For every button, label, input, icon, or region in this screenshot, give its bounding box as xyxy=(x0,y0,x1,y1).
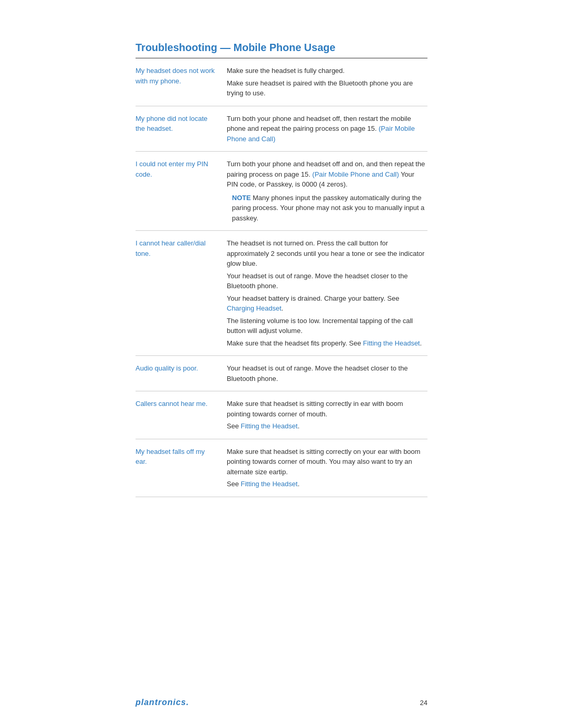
solution-text: See Fitting the Headset. xyxy=(227,479,427,489)
footer-page-number: 24 xyxy=(420,699,427,707)
solution-text: Make sure that headset is sitting correc… xyxy=(227,399,427,419)
note-text: NOTE Many phones input the passkey autom… xyxy=(232,193,427,224)
solution-text: Turn both your phone and headset off and… xyxy=(227,159,427,190)
solution-cell: Make sure that headset is sitting correc… xyxy=(227,439,427,497)
page: Troubleshooting — Mobile Phone Usage My … xyxy=(0,0,563,728)
table-row: I could not enter my PIN code. Turn both… xyxy=(136,152,427,231)
issue-cell: My headset does not work with my phone. xyxy=(136,58,227,106)
solution-text: The listening volume is too low. Increme… xyxy=(227,316,427,336)
table-row: My phone did not locate the headset. Tur… xyxy=(136,106,427,152)
troubleshooting-table: My headset does not work with my phone. … xyxy=(136,58,427,497)
issue-text: Callers cannot hear me. xyxy=(136,400,207,408)
solution-text: See Fitting the Headset. xyxy=(227,421,427,431)
solution-text: Your headset battery is drained. Charge … xyxy=(227,293,427,314)
footer-logo: plantronics. xyxy=(136,698,189,707)
note-block: NOTE Many phones input the passkey autom… xyxy=(227,193,427,224)
page-title: Troubleshooting — Mobile Phone Usage xyxy=(136,42,427,54)
solution-text: Make sure the headset is fully charged. xyxy=(227,66,427,76)
pair-mobile-link[interactable]: (Pair Mobile Phone and Call) xyxy=(312,170,399,178)
footer: plantronics. 24 xyxy=(136,698,427,707)
solution-text: Turn both your phone and headset off, th… xyxy=(227,114,427,144)
issue-text: I cannot hear caller/dial tone. xyxy=(136,239,205,257)
table-row: I cannot hear caller/dial tone. The head… xyxy=(136,231,427,356)
solution-cell: Make sure the headset is fully charged. … xyxy=(227,58,427,106)
fitting-headset-link[interactable]: Fitting the Headset xyxy=(241,422,298,430)
table-row: My headset does not work with my phone. … xyxy=(136,58,427,106)
solution-text: Make sure that headset is sitting correc… xyxy=(227,447,427,477)
solution-cell: The headset is not turned on. Press the … xyxy=(227,231,427,356)
pair-mobile-link[interactable]: (Pair Mobile Phone and Call) xyxy=(227,125,415,143)
solution-text: The headset is not turned on. Press the … xyxy=(227,238,427,269)
solution-text: Your headset is out of range. Move the h… xyxy=(227,271,427,291)
table-row: Audio quality is poor. Your headset is o… xyxy=(136,356,427,391)
solution-text: Make sure headset is paired with the Blu… xyxy=(227,78,427,98)
issue-text: My headset falls off my ear. xyxy=(136,448,205,466)
issue-cell: My phone did not locate the headset. xyxy=(136,106,227,152)
fitting-headset-link[interactable]: Fitting the Headset xyxy=(363,339,420,347)
issue-text: Audio quality is poor. xyxy=(136,364,198,372)
issue-text: My phone did not locate the headset. xyxy=(136,115,207,133)
solution-cell: Make sure that headset is sitting correc… xyxy=(227,391,427,439)
issue-text: I could not enter my PIN code. xyxy=(136,160,208,178)
solution-text: Make sure that the headset fits properly… xyxy=(227,338,427,349)
charging-headset-link[interactable]: Charging Headset xyxy=(227,304,282,312)
fitting-headset-link[interactable]: Fitting the Headset xyxy=(241,480,298,488)
issue-cell: I cannot hear caller/dial tone. xyxy=(136,231,227,356)
issue-cell: Callers cannot hear me. xyxy=(136,391,227,439)
solution-cell: Your headset is out of range. Move the h… xyxy=(227,356,427,391)
issue-cell: My headset falls off my ear. xyxy=(136,439,227,497)
solution-cell: Turn both your phone and headset off and… xyxy=(227,152,427,231)
table-row: Callers cannot hear me. Make sure that h… xyxy=(136,391,427,439)
solution-text: Your headset is out of range. Move the h… xyxy=(227,363,427,384)
issue-cell: I could not enter my PIN code. xyxy=(136,152,227,231)
issue-cell: Audio quality is poor. xyxy=(136,356,227,391)
note-label: NOTE xyxy=(232,194,251,202)
table-row: My headset falls off my ear. Make sure t… xyxy=(136,439,427,497)
solution-cell: Turn both your phone and headset off, th… xyxy=(227,106,427,152)
issue-text: My headset does not work with my phone. xyxy=(136,67,215,85)
